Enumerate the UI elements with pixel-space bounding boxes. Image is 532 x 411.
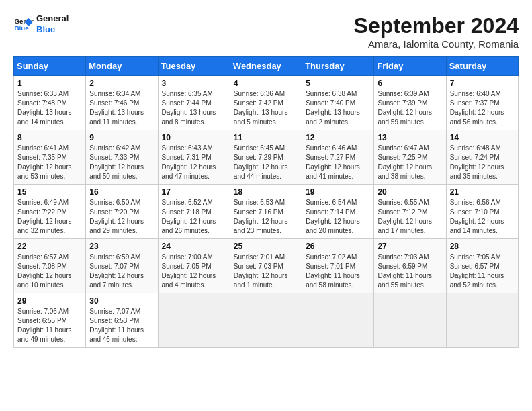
cell-text: Sunrise: 6:45 AMSunset: 7:29 PMDaylight:…	[234, 144, 298, 181]
col-header-wednesday: Wednesday	[230, 57, 302, 76]
day-number: 28	[450, 242, 515, 251]
cell-text: Sunrise: 6:47 AMSunset: 7:25 PMDaylight:…	[378, 144, 442, 181]
cell-text: Sunrise: 6:54 AMSunset: 7:14 PMDaylight:…	[306, 198, 370, 236]
cell-text: Sunrise: 6:49 AMSunset: 7:22 PMDaylight:…	[17, 198, 82, 236]
day-number: 9	[89, 133, 154, 142]
calendar-day-15: 15Sunrise: 6:49 AMSunset: 7:22 PMDayligh…	[14, 185, 86, 239]
calendar-day-17: 17Sunrise: 6:52 AMSunset: 7:18 PMDayligh…	[158, 185, 230, 239]
day-number: 4	[234, 79, 298, 88]
cell-text: Sunrise: 7:00 AMSunset: 7:05 PMDaylight:…	[162, 253, 226, 290]
cell-text: Sunrise: 6:39 AMSunset: 7:39 PMDaylight:…	[378, 89, 442, 127]
calendar-day-27: 27Sunrise: 7:03 AMSunset: 6:59 PMDayligh…	[374, 239, 446, 293]
day-number: 22	[17, 242, 82, 251]
cell-text: Sunrise: 6:48 AMSunset: 7:24 PMDaylight:…	[450, 144, 515, 181]
calendar-day-26: 26Sunrise: 7:02 AMSunset: 7:01 PMDayligh…	[302, 239, 374, 293]
day-number: 2	[89, 79, 154, 88]
day-number: 14	[450, 133, 515, 142]
calendar-empty	[158, 293, 230, 348]
calendar-empty	[302, 293, 374, 348]
day-number: 21	[450, 187, 515, 197]
calendar-empty	[230, 293, 302, 348]
day-number: 18	[234, 187, 298, 197]
calendar-day-9: 9Sunrise: 6:42 AMSunset: 7:33 PMDaylight…	[86, 130, 158, 185]
title-block: September 2024 Amara, Ialomita County, R…	[354, 13, 519, 50]
cell-text: Sunrise: 6:55 AMSunset: 7:12 PMDaylight:…	[378, 198, 442, 236]
day-number: 24	[162, 242, 226, 251]
calendar-day-19: 19Sunrise: 6:54 AMSunset: 7:14 PMDayligh…	[302, 185, 374, 239]
cell-text: Sunrise: 6:56 AMSunset: 7:10 PMDaylight:…	[450, 198, 515, 236]
cell-text: Sunrise: 6:35 AMSunset: 7:44 PMDaylight:…	[162, 89, 226, 127]
day-number: 23	[89, 242, 154, 251]
month-title: September 2024	[354, 13, 519, 38]
cell-text: Sunrise: 7:06 AMSunset: 6:55 PMDaylight:…	[17, 307, 82, 345]
calendar-day-30: 30Sunrise: 7:07 AMSunset: 6:53 PMDayligh…	[86, 293, 158, 348]
calendar-day-14: 14Sunrise: 6:48 AMSunset: 7:24 PMDayligh…	[446, 130, 518, 185]
cell-text: Sunrise: 7:02 AMSunset: 7:01 PMDaylight:…	[306, 253, 370, 290]
cell-text: Sunrise: 6:59 AMSunset: 7:07 PMDaylight:…	[89, 253, 154, 290]
day-number: 3	[162, 79, 226, 88]
calendar-week-5: 29Sunrise: 7:06 AMSunset: 6:55 PMDayligh…	[14, 293, 519, 348]
cell-text: Sunrise: 6:34 AMSunset: 7:46 PMDaylight:…	[89, 89, 154, 127]
calendar-day-23: 23Sunrise: 6:59 AMSunset: 7:07 PMDayligh…	[86, 239, 158, 293]
cell-text: Sunrise: 6:50 AMSunset: 7:20 PMDaylight:…	[89, 198, 154, 236]
col-header-thursday: Thursday	[302, 57, 374, 76]
day-number: 25	[234, 242, 298, 251]
calendar-day-16: 16Sunrise: 6:50 AMSunset: 7:20 PMDayligh…	[86, 185, 158, 239]
col-header-sunday: Sunday	[14, 57, 86, 76]
col-header-friday: Friday	[374, 57, 446, 76]
day-number: 17	[162, 187, 226, 197]
day-number: 6	[378, 79, 442, 88]
day-number: 27	[378, 242, 442, 251]
calendar-day-5: 5Sunrise: 6:38 AMSunset: 7:40 PMDaylight…	[302, 76, 374, 130]
calendar-day-7: 7Sunrise: 6:40 AMSunset: 7:37 PMDaylight…	[446, 76, 518, 130]
svg-text:Blue: Blue	[15, 24, 30, 32]
location-title: Amara, Ialomita County, Romania	[354, 38, 519, 50]
day-number: 5	[306, 79, 370, 88]
cell-text: Sunrise: 6:42 AMSunset: 7:33 PMDaylight:…	[89, 144, 154, 181]
day-number: 10	[162, 133, 226, 142]
calendar-day-11: 11Sunrise: 6:45 AMSunset: 7:29 PMDayligh…	[230, 130, 302, 185]
calendar-table: SundayMondayTuesdayWednesdayThursdayFrid…	[13, 56, 519, 348]
calendar-day-24: 24Sunrise: 7:00 AMSunset: 7:05 PMDayligh…	[158, 239, 230, 293]
day-number: 8	[17, 133, 82, 142]
cell-text: Sunrise: 6:33 AMSunset: 7:48 PMDaylight:…	[17, 89, 82, 127]
calendar-day-6: 6Sunrise: 6:39 AMSunset: 7:39 PMDaylight…	[374, 76, 446, 130]
col-header-monday: Monday	[86, 57, 158, 76]
cell-text: Sunrise: 6:40 AMSunset: 7:37 PMDaylight:…	[450, 89, 515, 127]
cell-text: Sunrise: 7:07 AMSunset: 6:53 PMDaylight:…	[89, 307, 154, 345]
calendar-day-3: 3Sunrise: 6:35 AMSunset: 7:44 PMDaylight…	[158, 76, 230, 130]
day-number: 20	[378, 187, 442, 197]
cell-text: Sunrise: 6:53 AMSunset: 7:16 PMDaylight:…	[234, 198, 298, 236]
day-number: 12	[306, 133, 370, 142]
calendar-day-1: 1Sunrise: 6:33 AMSunset: 7:48 PMDaylight…	[14, 76, 86, 130]
day-number: 19	[306, 187, 370, 197]
day-number: 29	[17, 296, 82, 306]
day-number: 30	[89, 296, 154, 306]
calendar-day-18: 18Sunrise: 6:53 AMSunset: 7:16 PMDayligh…	[230, 185, 302, 239]
day-number: 7	[450, 79, 515, 88]
calendar-day-2: 2Sunrise: 6:34 AMSunset: 7:46 PMDaylight…	[86, 76, 158, 130]
day-number: 26	[306, 242, 370, 251]
calendar-empty	[446, 293, 518, 348]
calendar-day-20: 20Sunrise: 6:55 AMSunset: 7:12 PMDayligh…	[374, 185, 446, 239]
calendar-day-28: 28Sunrise: 7:05 AMSunset: 6:57 PMDayligh…	[446, 239, 518, 293]
calendar-day-29: 29Sunrise: 7:06 AMSunset: 6:55 PMDayligh…	[14, 293, 86, 348]
cell-text: Sunrise: 6:43 AMSunset: 7:31 PMDaylight:…	[162, 144, 226, 181]
cell-text: Sunrise: 7:01 AMSunset: 7:03 PMDaylight:…	[234, 253, 298, 290]
calendar-day-10: 10Sunrise: 6:43 AMSunset: 7:31 PMDayligh…	[158, 130, 230, 185]
cell-text: Sunrise: 6:41 AMSunset: 7:35 PMDaylight:…	[17, 144, 82, 181]
logo-text: General Blue	[36, 13, 69, 34]
day-number: 16	[89, 187, 154, 197]
calendar-day-4: 4Sunrise: 6:36 AMSunset: 7:42 PMDaylight…	[230, 76, 302, 130]
cell-text: Sunrise: 6:57 AMSunset: 7:08 PMDaylight:…	[17, 253, 82, 290]
calendar-day-8: 8Sunrise: 6:41 AMSunset: 7:35 PMDaylight…	[14, 130, 86, 185]
page-header: General Blue General Blue September 2024…	[13, 13, 519, 50]
cell-text: Sunrise: 6:46 AMSunset: 7:27 PMDaylight:…	[306, 144, 370, 181]
calendar-day-12: 12Sunrise: 6:46 AMSunset: 7:27 PMDayligh…	[302, 130, 374, 185]
calendar-week-4: 22Sunrise: 6:57 AMSunset: 7:08 PMDayligh…	[14, 239, 519, 293]
cell-text: Sunrise: 6:52 AMSunset: 7:18 PMDaylight:…	[162, 198, 226, 236]
calendar-day-13: 13Sunrise: 6:47 AMSunset: 7:25 PMDayligh…	[374, 130, 446, 185]
calendar-day-22: 22Sunrise: 6:57 AMSunset: 7:08 PMDayligh…	[14, 239, 86, 293]
col-header-saturday: Saturday	[446, 57, 518, 76]
calendar-empty	[374, 293, 446, 348]
